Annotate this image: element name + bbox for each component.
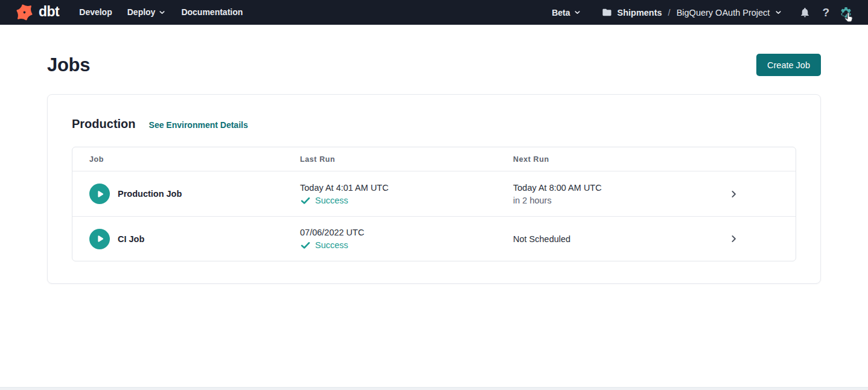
next-run-note: in 2 hours (513, 194, 688, 206)
bottom-edge-strip (0, 387, 868, 390)
nav-deploy-label: Deploy (127, 0, 156, 25)
beta-label: Beta (552, 8, 570, 18)
play-icon (94, 188, 106, 200)
environment-name: Production (72, 117, 136, 131)
environment-card: Production See Environment Details Job L… (47, 94, 821, 284)
page-title: Jobs (47, 54, 90, 76)
main-content: Jobs Create Job Production See Environme… (0, 54, 868, 284)
beta-dropdown[interactable]: Beta (552, 8, 581, 18)
job-row-production[interactable]: Production Job Today At 4:01 AM UTC Succ… (72, 171, 796, 216)
gear-icon (840, 6, 852, 19)
job-row-ci[interactable]: CI Job 07/06/2022 UTC Success Not Schedu… (72, 216, 796, 261)
column-header-last-run: Last Run (300, 155, 513, 164)
nav-documentation-label: Documentation (181, 0, 243, 25)
last-run-status: Success (300, 239, 513, 251)
run-job-button[interactable] (89, 184, 110, 204)
bell-icon (799, 7, 811, 18)
nav-develop[interactable]: Develop (79, 0, 112, 25)
dbt-logo[interactable]: dbt (14, 2, 59, 22)
nav-documentation[interactable]: Documentation (181, 0, 243, 25)
last-run-time: Today At 4:01 AM UTC (300, 182, 513, 194)
jobs-table: Job Last Run Next Run Production Job Tod… (72, 147, 796, 261)
breadcrumb-account: Shipments (617, 8, 662, 18)
check-icon (300, 195, 311, 206)
breadcrumb-separator: / (668, 8, 671, 18)
status-label: Success (315, 194, 348, 206)
dbt-logo-text: dbt (39, 5, 59, 21)
chevron-right-icon[interactable] (729, 189, 739, 199)
folder-icon (602, 7, 612, 18)
check-icon (300, 240, 311, 251)
top-navbar: dbt Develop Deploy Documentation Beta Sh… (0, 0, 868, 25)
column-header-next-run: Next Run (513, 155, 688, 164)
settings-button[interactable] (840, 6, 852, 19)
column-header-job: Job (89, 155, 300, 164)
status-label: Success (315, 239, 348, 251)
chevron-down-icon (158, 8, 166, 16)
project-selector[interactable]: Shipments / BigQuery OAuth Project (602, 7, 782, 18)
chevron-down-icon (573, 8, 581, 16)
see-environment-details-link[interactable]: See Environment Details (149, 120, 248, 130)
help-button[interactable]: ? (822, 7, 829, 18)
last-run-time: 07/06/2022 UTC (300, 226, 513, 238)
last-run-status: Success (300, 194, 513, 206)
primary-nav: Develop Deploy Documentation (79, 0, 243, 25)
create-job-button[interactable]: Create Job (756, 54, 821, 76)
nav-develop-label: Develop (79, 0, 112, 25)
nav-deploy[interactable]: Deploy (127, 0, 167, 25)
jobs-table-header: Job Last Run Next Run (72, 147, 796, 171)
job-name: CI Job (118, 234, 144, 244)
next-run-time: Not Scheduled (513, 233, 688, 245)
help-icon: ? (822, 7, 829, 18)
job-name: Production Job (118, 189, 182, 199)
run-job-button[interactable] (89, 229, 110, 249)
chevron-right-icon[interactable] (729, 234, 739, 244)
play-icon (94, 233, 106, 245)
next-run-time: Today At 8:00 AM UTC (513, 182, 688, 194)
notifications-button[interactable] (799, 7, 811, 18)
chevron-down-icon (774, 8, 782, 16)
dbt-logo-icon (14, 2, 34, 22)
breadcrumb-project: BigQuery OAuth Project (677, 8, 770, 18)
